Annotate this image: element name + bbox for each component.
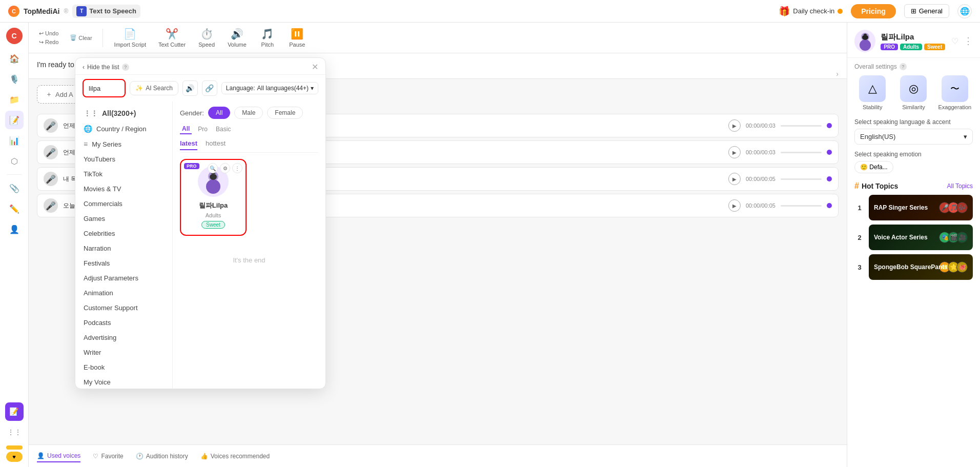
tab-hottest[interactable]: hottest	[206, 139, 226, 150]
category-tiktok[interactable]: TikTok	[75, 167, 172, 181]
volume-button[interactable]: 🔊 Volume	[223, 26, 251, 50]
category-celebrities[interactable]: Celebrities	[75, 226, 172, 241]
sidebar-item-pen[interactable]: ✏️	[5, 199, 24, 218]
sidebar-item-person[interactable]: 👤	[5, 220, 24, 238]
card-settings-icon-btn[interactable]: ⚙	[220, 163, 230, 173]
speaker-icon-btn[interactable]: 🔊	[182, 80, 198, 96]
sidebar-item-folder[interactable]: 📁	[5, 90, 24, 109]
more-options-button[interactable]: ⋮	[964, 35, 973, 47]
track-time-2: 00:00/00:03	[746, 149, 775, 155]
clear-button[interactable]: 🗑️ Clear	[67, 32, 95, 43]
undo-button[interactable]: ↩ Undo	[37, 30, 60, 37]
sidebar-item-voice[interactable]: 🎙️	[5, 70, 24, 88]
similarity-icon: ◎	[900, 75, 927, 102]
category-adjust-params[interactable]: Adjust Parameters	[75, 271, 172, 286]
speak-lang-select[interactable]: English(US) ▾	[854, 129, 973, 145]
category-advertising[interactable]: Advertising	[75, 330, 172, 345]
track-play-1[interactable]: ▶	[728, 119, 741, 132]
gender-male-button[interactable]: Male	[234, 107, 263, 119]
list-item: 2 Voice Actor Series 🎭 🎬 🎥	[854, 225, 973, 250]
sidebar-heart-button[interactable]: ♥	[6, 452, 23, 462]
card-search-icon-btn[interactable]: 🔍	[208, 163, 218, 173]
category-ebook[interactable]: E-book	[75, 360, 172, 375]
track-play-4[interactable]: ▶	[728, 199, 741, 212]
track-dot-2[interactable]	[827, 150, 832, 155]
category-games[interactable]: Games	[75, 211, 172, 226]
speed-button[interactable]: ⏱️ Speed	[194, 26, 219, 50]
tab-used-voices[interactable]: 👤 Used voices	[37, 450, 80, 462]
gender-female-button[interactable]: Female	[267, 107, 303, 119]
import-script-button[interactable]: 📄 Import Script	[110, 26, 150, 50]
hide-list-button[interactable]: ‹ Hide the list ?	[83, 64, 129, 71]
sidebar-tts-button[interactable]: 📝	[5, 402, 24, 421]
language-globe-button[interactable]: 🌐	[957, 4, 972, 18]
speak-emotion-button[interactable]: 🙂 Defa...	[854, 161, 893, 173]
category-country-region[interactable]: 🌐 Country / Region	[75, 121, 172, 136]
filter-basic-button[interactable]: Basic	[214, 125, 233, 134]
card-more-icon-btn[interactable]: ⋮	[232, 163, 242, 173]
track-dot-3[interactable]	[827, 176, 832, 181]
brand-logo[interactable]: C TopMediAi ® T Text to Speech	[8, 5, 140, 18]
general-button[interactable]: ⊞ General	[904, 4, 949, 18]
pitch-button[interactable]: 🎵 Pitch	[255, 26, 280, 50]
exaggeration-control[interactable]: 〜 Exaggeration	[937, 75, 973, 110]
topic-card-sponge[interactable]: SpongeBob SquarePants 🧽 ⭐ 🐙	[869, 254, 973, 280]
pricing-button[interactable]: Pricing	[851, 4, 895, 18]
tab-voices-recommended[interactable]: 👍 Voices recommended	[200, 451, 270, 462]
gender-all-button[interactable]: All	[208, 107, 230, 119]
expand-icon[interactable]: ›	[836, 70, 839, 78]
category-movies-tv[interactable]: Movies & TV	[75, 181, 172, 196]
tab-audition-history[interactable]: 🕐 Audition history	[136, 451, 188, 462]
search-input[interactable]	[84, 85, 126, 92]
heart-button[interactable]: ♡	[951, 36, 958, 46]
user-avatar[interactable]: C	[6, 28, 23, 44]
category-animation[interactable]: Animation	[75, 286, 172, 300]
pro-badge: PRO	[184, 163, 199, 169]
track-play-3[interactable]: ▶	[728, 173, 741, 185]
sidebar-item-home[interactable]: 🏠	[5, 49, 24, 68]
voice-card-category: Adults	[186, 212, 240, 218]
close-panel-button[interactable]: ✕	[312, 63, 318, 71]
stability-control[interactable]: △ Stability	[854, 75, 890, 110]
category-commercials[interactable]: Commercials	[75, 196, 172, 211]
category-customer-support[interactable]: Customer Support	[75, 300, 172, 315]
all-topics-button[interactable]: All Topics	[947, 182, 973, 190]
track-progress-2	[781, 152, 822, 153]
track-dot-4[interactable]	[827, 203, 832, 208]
product-logo[interactable]: T Text to Speech	[72, 5, 140, 18]
similarity-control[interactable]: ◎ Similarity	[895, 75, 931, 110]
text-cutter-button[interactable]: ✂️ Text Cutter	[154, 26, 190, 50]
category-podcasts[interactable]: Podcasts	[75, 315, 172, 330]
topic-card-rap[interactable]: RAP Singer Series 🎤 🎵 🎶	[869, 195, 973, 220]
import-label: Import Script	[114, 42, 146, 48]
category-all[interactable]: ⋮⋮ All(3200+)	[75, 106, 172, 121]
sidebar-grid-button[interactable]: ⋮⋮	[5, 423, 24, 441]
category-festivals[interactable]: Festivals	[75, 256, 172, 271]
filter-pro-button[interactable]: Pro	[196, 125, 210, 134]
topic-card-actor[interactable]: Voice Actor Series 🎭 🎬 🎥	[869, 225, 973, 250]
voice-card-lilpa[interactable]: PRO 🔍 ⚙ ⋮	[180, 159, 247, 236]
sidebar-item-layers[interactable]: ⬡	[5, 152, 24, 170]
category-my-voice[interactable]: My Voice	[75, 375, 172, 389]
category-narration[interactable]: Narration	[75, 241, 172, 256]
sidebar-item-paperclip[interactable]: 📎	[5, 179, 24, 197]
redo-button[interactable]: ↪ Redo	[37, 38, 60, 46]
track-play-2[interactable]: ▶	[728, 146, 741, 158]
tab-latest[interactable]: latest	[180, 139, 197, 150]
sidebar-item-tts-active[interactable]: 📝	[5, 111, 24, 129]
toolbar: ↩ Undo ↪ Redo 🗑️ Clear 📄 Import Script ✂…	[29, 23, 847, 53]
category-my-series[interactable]: ≡ My Series	[75, 136, 172, 152]
tab-favorite[interactable]: ♡ Favorite	[93, 451, 123, 462]
pause-button[interactable]: ⏸️ Pause	[284, 26, 310, 50]
language-select[interactable]: Language: All languages(44+) ▾	[221, 82, 318, 94]
help-icon-btn[interactable]: ?	[900, 63, 907, 70]
category-youtubers[interactable]: YouTubers	[75, 152, 172, 167]
link-icon-btn[interactable]: 🔗	[202, 80, 217, 96]
commercials-label: Commercials	[84, 200, 122, 208]
category-writer[interactable]: Writer	[75, 345, 172, 360]
track-dot-1[interactable]	[827, 123, 832, 128]
daily-checkin[interactable]: 🎁 Daily check-in	[779, 6, 843, 17]
filter-all-button[interactable]: All	[180, 124, 192, 134]
sidebar-item-chart[interactable]: 📊	[5, 131, 24, 150]
ai-search-button[interactable]: ✨ AI Search	[130, 81, 178, 95]
